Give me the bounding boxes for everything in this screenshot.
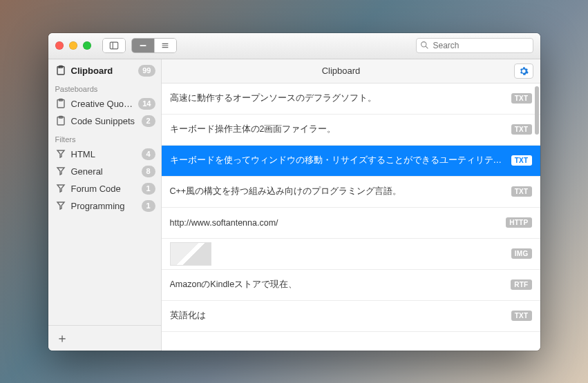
- main-title: Clipboard: [169, 66, 514, 76]
- sidebar-group-filters: Filters: [48, 130, 161, 146]
- sidebar-item-label: Clipboard: [71, 66, 134, 76]
- scrollbar-thumb[interactable]: [535, 86, 539, 135]
- sidebar-item-filter[interactable]: General 8: [48, 163, 161, 180]
- filter-icon: [55, 166, 66, 177]
- sidebar-item-pasteboard[interactable]: Code Sunippets 2: [48, 112, 161, 130]
- type-badge: TXT: [511, 155, 532, 166]
- clip-list[interactable]: 高速に動作するオープンソースのデフラグソフト。TXTキーボード操作主体の2画面フ…: [162, 84, 540, 351]
- sidebar-item-label: Creative Quotes: [71, 99, 134, 109]
- count-badge: 99: [138, 65, 155, 77]
- main-panel: Clipboard 高速に動作するオープンソースのデフラグソフト。TXTキーボー…: [162, 59, 540, 351]
- type-badge: TXT: [511, 311, 532, 321]
- image-thumbnail: [170, 242, 211, 266]
- clip-content: キーボード操作主体の2画面ファイラー。: [170, 124, 504, 135]
- window-body: Clipboard 99 Pasteboards Creative Quotes…: [48, 59, 540, 351]
- close-window-button[interactable]: [55, 41, 64, 50]
- count-badge: 1: [142, 183, 155, 195]
- count-badge: 14: [138, 98, 155, 110]
- view-list-button[interactable]: [132, 39, 154, 52]
- clip-row[interactable]: 英語化はTXT: [162, 301, 540, 332]
- pasteboard-icon: [55, 115, 66, 126]
- sidebar-scroll: Clipboard 99 Pasteboards Creative Quotes…: [48, 59, 161, 325]
- traffic-lights: [55, 41, 91, 50]
- svg-rect-0: [110, 42, 117, 49]
- settings-button[interactable]: [514, 63, 533, 79]
- sidebar-toggle-group: [102, 38, 126, 53]
- search-input[interactable]: [416, 38, 533, 53]
- sidebar-item-filter[interactable]: HTML 4: [48, 146, 161, 163]
- add-button[interactable]: ＋: [54, 330, 70, 346]
- type-badge: IMG: [511, 248, 532, 259]
- clip-row[interactable]: http://www.softantenna.com/HTTP: [162, 208, 540, 239]
- count-badge: 4: [142, 148, 155, 160]
- type-badge: TXT: [511, 186, 532, 197]
- gear-icon: [519, 66, 529, 76]
- clip-content: 高速に動作するオープンソースのデフラグソフト。: [170, 92, 504, 104]
- clip-content: キーボードを使ってウィンドウの移動・リサイズすることができるユーティリティ。: [170, 155, 504, 166]
- filter-icon: [55, 148, 66, 159]
- titlebar: [48, 33, 540, 59]
- sidebar-group-pasteboards: Pasteboards: [48, 79, 161, 95]
- filter-icon: [55, 200, 66, 211]
- sidebar-item-label: Code Sunippets: [71, 116, 137, 126]
- clip-row[interactable]: 高速に動作するオープンソースのデフラグソフト。TXT: [162, 84, 540, 115]
- list-icon: [138, 41, 148, 50]
- clip-row[interactable]: キーボードを使ってウィンドウの移動・リサイズすることができるユーティリティ。TX…: [162, 146, 540, 177]
- count-badge: 1: [142, 200, 155, 212]
- zoom-window-button[interactable]: [83, 41, 91, 50]
- filter-icon: [55, 183, 66, 194]
- view-grid-button[interactable]: [154, 39, 176, 52]
- type-badge: TXT: [511, 124, 532, 135]
- app-window: Clipboard 99 Pasteboards Creative Quotes…: [48, 33, 540, 351]
- clipboard-icon: [55, 65, 66, 76]
- sidebar-item-label: Forum Code: [71, 184, 137, 194]
- minimize-window-button[interactable]: [69, 41, 77, 50]
- type-badge: TXT: [511, 93, 532, 104]
- sidebar-item-clipboard[interactable]: Clipboard 99: [48, 62, 161, 79]
- clip-content: http://www.softantenna.com/: [170, 218, 500, 228]
- sidebar-item-label: Programming: [71, 201, 137, 211]
- sidebar-footer: ＋: [48, 325, 161, 351]
- search-field-wrap: [416, 38, 533, 53]
- clip-content: AmazonのKindleストアで現在、: [170, 279, 504, 291]
- type-badge: HTTP: [506, 217, 531, 228]
- svg-point-6: [421, 42, 426, 47]
- clip-row[interactable]: キーボード操作主体の2画面ファイラー。TXT: [162, 115, 540, 146]
- sidebar-item-label: HTML: [71, 149, 137, 159]
- sidebar-item-filter[interactable]: Programming 1: [48, 197, 161, 215]
- main-header: Clipboard: [162, 59, 540, 84]
- clip-row[interactable]: C++風の構文を持つ組み込み向けのプログラミング言語。TXT: [162, 177, 540, 208]
- svg-point-10: [58, 68, 59, 68]
- sidebar-item-pasteboard[interactable]: Creative Quotes 14: [48, 95, 161, 112]
- sidebar-icon: [109, 41, 119, 50]
- menu-icon: [160, 41, 170, 50]
- view-mode-group: [131, 38, 177, 53]
- sidebar: Clipboard 99 Pasteboards Creative Quotes…: [48, 59, 162, 351]
- count-badge: 8: [142, 166, 155, 177]
- clip-content: [170, 242, 504, 266]
- toggle-sidebar-button[interactable]: [103, 39, 125, 52]
- search-icon: [420, 41, 429, 50]
- svg-line-7: [426, 46, 428, 48]
- clip-row[interactable]: IMG: [162, 239, 540, 270]
- sidebar-item-label: General: [71, 166, 137, 177]
- type-badge: RTF: [511, 279, 531, 290]
- clip-content: C++風の構文を持つ組み込み向けのプログラミング言語。: [170, 186, 504, 197]
- clip-content: 英語化は: [170, 310, 504, 322]
- count-badge: 2: [142, 115, 155, 127]
- clip-row[interactable]: AmazonのKindleストアで現在、RTF: [162, 270, 540, 301]
- sidebar-item-filter[interactable]: Forum Code 1: [48, 180, 161, 197]
- pasteboard-icon: [55, 98, 66, 109]
